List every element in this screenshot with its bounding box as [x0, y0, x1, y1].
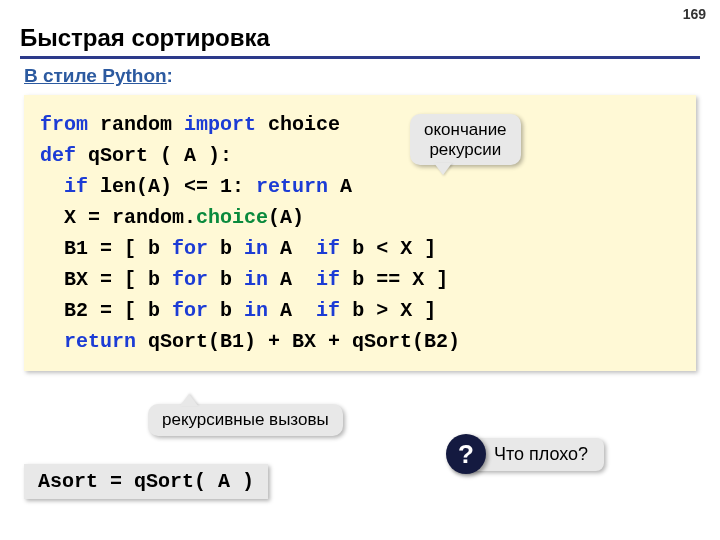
code-text: b [208, 237, 244, 260]
kw-if: if [304, 237, 340, 260]
code-text: b < X ] [340, 237, 436, 260]
kw-if: if [304, 268, 340, 291]
usage-example: Asort = qSort( A ) [24, 464, 268, 499]
page-number: 169 [683, 6, 706, 22]
code-block: from random import choice def qSort ( A … [24, 95, 696, 371]
code-text: BX = [ b [64, 268, 172, 291]
indent [40, 237, 64, 260]
kw-def: def [40, 144, 76, 167]
code-text: A [268, 268, 304, 291]
kw-return: return [256, 175, 328, 198]
kw-in: in [244, 237, 268, 260]
code-text: b [208, 299, 244, 322]
code-text: b [208, 268, 244, 291]
kw-import: import [184, 113, 256, 136]
code-text: A [268, 299, 304, 322]
code-text: qSort ( A ): [76, 144, 232, 167]
callout-recursive-calls: рекурсивные вызовы [148, 404, 343, 436]
question-pill: ? Что плохо? [450, 438, 604, 471]
code-text: random [88, 113, 184, 136]
code-text: B2 = [ b [64, 299, 172, 322]
code-text: A [268, 237, 304, 260]
kw-in: in [244, 299, 268, 322]
code-text: qSort(B1) + BX + qSort(B2) [136, 330, 460, 353]
page-title: Быстрая сортировка [20, 24, 700, 59]
subtitle-text: В стиле Python [24, 65, 167, 86]
code-text: b > X ] [340, 299, 436, 322]
kw-for: for [172, 268, 208, 291]
fn-choice: choice [196, 206, 268, 229]
code-text: B1 = [ b [64, 237, 172, 260]
kw-from: from [40, 113, 88, 136]
code-text: choice [256, 113, 340, 136]
kw-return: return [64, 330, 136, 353]
question-text: Что плохо? [494, 444, 588, 464]
subtitle-colon: : [167, 65, 173, 86]
code-text: (A) [268, 206, 376, 229]
code-text: b == X ] [340, 268, 448, 291]
indent [40, 175, 64, 198]
kw-for: for [172, 237, 208, 260]
indent [40, 268, 64, 291]
code-text: len(A) <= 1: [88, 175, 256, 198]
kw-if: if [304, 299, 340, 322]
question-mark-icon: ? [446, 434, 486, 474]
subtitle: В стиле Python: [24, 65, 720, 87]
code-text: A [328, 175, 352, 198]
indent [40, 330, 64, 353]
kw-in: in [244, 268, 268, 291]
callout-recursion-end: окончание рекурсии [410, 114, 521, 165]
kw-for: for [172, 299, 208, 322]
code-text: X = random. [64, 206, 196, 229]
indent [40, 299, 64, 322]
indent [40, 206, 64, 229]
kw-if: if [64, 175, 88, 198]
